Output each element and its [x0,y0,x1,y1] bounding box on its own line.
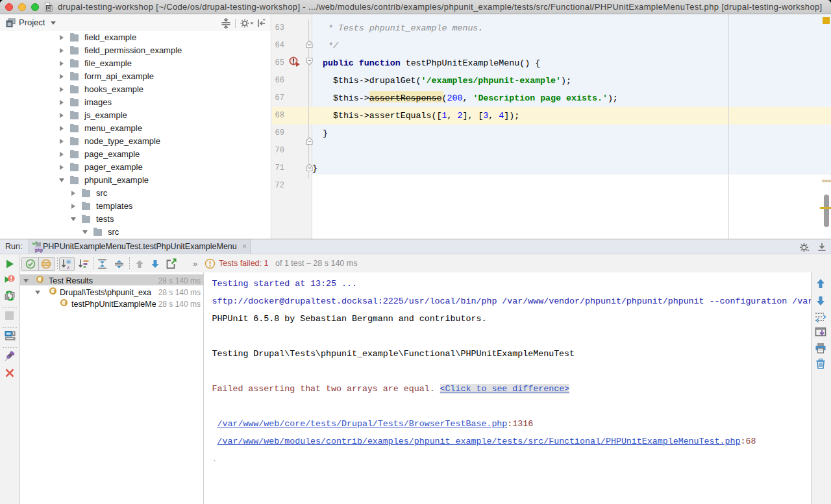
svg-text:php: php [35,248,43,253]
svg-text:z: z [67,265,69,270]
